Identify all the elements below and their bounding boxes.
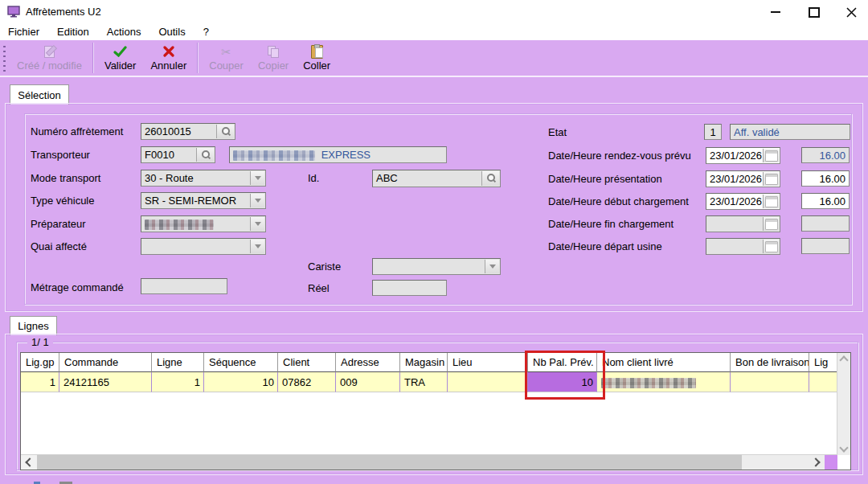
id-field[interactable]: ABC [372, 170, 501, 187]
debut-chargement-date-field[interactable]: 23/01/2026 [706, 193, 780, 210]
col-header-nom-client-livre[interactable]: Nom client livré [597, 353, 731, 372]
copier-button[interactable]: Copier [251, 40, 296, 76]
menu-actions[interactable]: Actions [100, 24, 148, 39]
type-vehicule-dropdown[interactable]: SR - SEMI-REMOR [141, 192, 266, 209]
toolbar-grip-handle[interactable] [2, 43, 6, 72]
cell-nb-pal-prev[interactable]: 10 [528, 372, 597, 392]
preparateur-arrow[interactable] [250, 217, 264, 231]
scroll-right-button[interactable] [809, 455, 825, 470]
reel-field[interactable] [372, 280, 447, 296]
quai-affecte-dropdown[interactable] [141, 238, 266, 255]
transporteur-code-field[interactable]: F0010 [141, 146, 215, 163]
tab-lignes[interactable]: Lignes [10, 316, 57, 335]
depart-usine-date-field[interactable] [706, 238, 780, 255]
col-header-nb-pal-prev[interactable]: Nb Pal. Prév. [528, 353, 597, 372]
cell-lig-clipped[interactable] [809, 372, 837, 392]
cell-client[interactable]: 07862 [278, 372, 336, 392]
rdv-calendar-button[interactable] [763, 149, 779, 162]
label-id: Id. [308, 172, 319, 184]
horizontal-scroll-track[interactable] [742, 455, 809, 470]
cell-lieu[interactable] [448, 372, 528, 392]
coller-button[interactable]: Coller [296, 40, 338, 76]
cell-ligne[interactable]: 1 [152, 372, 204, 392]
col-header-adresse[interactable]: Adresse [336, 353, 400, 372]
col-header-lig-clipped[interactable]: Lig [809, 353, 837, 372]
toolbar-separator [92, 43, 94, 73]
col-header-lieu[interactable]: Lieu [448, 353, 528, 372]
presentation-date-field[interactable]: 23/01/2026 [706, 170, 780, 187]
toolbar-separator [197, 43, 199, 73]
cariste-dropdown[interactable] [372, 258, 501, 275]
preparateur-dropdown[interactable] [141, 215, 266, 232]
quai-affecte-arrow[interactable] [250, 240, 264, 253]
scroll-down-button[interactable] [837, 445, 850, 453]
application-window: Affrètements U2 Fichier Edition Actions … [0, 0, 868, 484]
fin-chargement-heure-field[interactable] [801, 215, 850, 232]
cell-adresse[interactable]: 009 [336, 372, 400, 392]
presentation-calendar-button[interactable] [763, 172, 779, 186]
cree-modifie-button[interactable]: Créé / modifie [10, 40, 89, 76]
cell-sequence[interactable]: 10 [204, 372, 278, 392]
cell-commande[interactable]: 24121165 [59, 372, 152, 392]
transporteur-search-button[interactable] [196, 148, 214, 162]
depart-usine-heure-field[interactable] [801, 238, 850, 254]
type-vehicule-arrow[interactable] [250, 194, 264, 207]
minimize-button[interactable] [765, 5, 786, 19]
col-header-commande[interactable]: Commande [59, 353, 152, 372]
app-icon [7, 5, 20, 18]
scissors-icon: ✂ [221, 44, 231, 59]
presentation-heure-field[interactable]: 16.00 [801, 170, 850, 187]
menu-edition[interactable]: Edition [51, 24, 96, 39]
col-header-lig-gp[interactable]: Lig.gp [21, 353, 59, 372]
cell-bon-de-livraison[interactable] [731, 372, 809, 392]
cariste-arrow[interactable] [485, 260, 499, 273]
label-cariste: Cariste [308, 260, 341, 273]
transporteur-name-field: EXPRESS [229, 146, 447, 163]
chevron-right-icon [811, 457, 820, 466]
debut-chargement-heure-field[interactable]: 16.00 [801, 193, 850, 209]
mode-transport-dropdown[interactable]: 30 - Route [141, 170, 266, 187]
cell-nom-client-livre[interactable] [597, 372, 731, 392]
numero-affretement-field[interactable]: 26010015 [141, 123, 235, 140]
debut-calendar-button[interactable] [763, 195, 779, 208]
maximize-icon [809, 7, 820, 18]
menu-aide[interactable]: ? [197, 24, 215, 39]
grid-horizontal-scrollbar[interactable] [21, 454, 837, 470]
grid-data-row[interactable]: 1 24121165 1 10 07862 009 TRA 10 [21, 372, 850, 392]
rdv-date-field[interactable]: 23/01/2026 [706, 147, 780, 164]
col-header-ligne[interactable]: Ligne [152, 353, 204, 372]
cell-lig-gp[interactable]: 1 [21, 372, 59, 392]
red-x-icon [163, 44, 174, 59]
fin-chargement-date-field[interactable] [706, 215, 780, 232]
grid-vertical-scrollbar[interactable] [837, 353, 850, 455]
maximize-button[interactable] [804, 5, 825, 19]
depart-calendar-button[interactable] [763, 240, 779, 253]
scroll-up-button[interactable] [837, 355, 850, 363]
annuler-button[interactable]: Annuler [143, 40, 194, 76]
etat-code-field: 1 [704, 124, 722, 140]
valider-button[interactable]: Valider [97, 40, 144, 76]
rdv-heure-field[interactable]: 16.00 [801, 147, 850, 163]
close-button[interactable] [841, 5, 862, 19]
menu-outils[interactable]: Outils [152, 24, 191, 39]
chevron-left-icon [25, 457, 34, 466]
fin-calendar-button[interactable] [763, 217, 779, 231]
redacted-transporteur-name [233, 150, 315, 161]
document-edit-icon [43, 44, 56, 59]
id-search-button[interactable] [481, 171, 499, 186]
col-header-magasin[interactable]: Magasin [400, 353, 448, 372]
label-type-vehicule: Type véhicule [31, 195, 95, 207]
label-quai-affecte: Quai affecté [31, 240, 87, 252]
scroll-left-button[interactable] [21, 455, 37, 470]
tab-selection[interactable]: Sélection [10, 84, 69, 105]
col-header-bon-de-livraison[interactable]: Bon de livraison [731, 353, 809, 372]
cell-magasin[interactable]: TRA [400, 372, 448, 392]
mode-transport-arrow[interactable] [250, 171, 264, 185]
numero-search-button[interactable] [216, 125, 234, 138]
couper-button[interactable]: ✂ Couper [202, 40, 251, 76]
horizontal-scroll-thumb[interactable] [37, 455, 742, 470]
col-header-client[interactable]: Client [278, 353, 336, 372]
col-header-sequence[interactable]: Séquence [204, 353, 278, 372]
menu-fichier[interactable]: Fichier [2, 24, 46, 39]
metrage-commande-field[interactable] [141, 278, 227, 294]
